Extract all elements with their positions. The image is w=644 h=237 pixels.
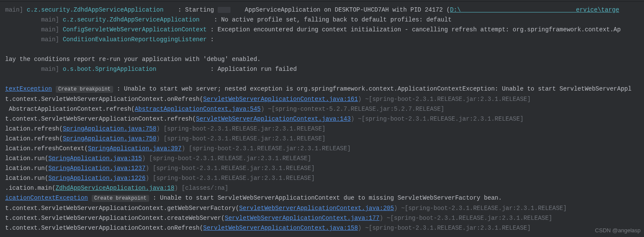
source-link[interactable]: SpringApplication.java:1226 bbox=[48, 175, 146, 182]
jar-info: ) ~[spring-boot-2.3.1.RELEASE.jar:2.3.1.… bbox=[358, 96, 530, 103]
stack-frame: t.context.ServletWebServerApplicationCon… bbox=[0, 94, 644, 104]
stack-frame: lcation.refresh(SpringApplication.java:7… bbox=[0, 124, 644, 134]
log-line: main] o.s.boot.SpringApplication : Appli… bbox=[0, 64, 644, 74]
frame-method: t.context.ServletWebServerApplicationCon… bbox=[5, 115, 196, 122]
source-link[interactable]: SpringApplication.java:758 bbox=[63, 125, 156, 132]
source-link[interactable]: SpringApplication.java:397 bbox=[88, 145, 181, 152]
logger-name: ConfigServletWebServerApplicationContext bbox=[63, 26, 207, 33]
exception-msg: : Unable to start ServletWebServerApplic… bbox=[149, 194, 502, 201]
stack-frame: .ication.main(ZdhdAppServiceApplication.… bbox=[0, 183, 644, 193]
stack-frame: t.context.ServletWebServerApplicationCon… bbox=[0, 213, 644, 223]
jar-info: ) [spring-boot-2.3.1.RELEASE.jar:2.3.1.R… bbox=[182, 145, 351, 152]
source-link[interactable]: ServletWebServerApplicationContext.java:… bbox=[203, 225, 358, 231]
thread: main] bbox=[41, 66, 59, 73]
frame-method: t.context.ServletWebServerApplicationCon… bbox=[5, 96, 203, 103]
frame-method: AbstractApplicationContext.refresh( bbox=[5, 106, 135, 112]
stack-frame: lcation.refreshContext(SpringApplication… bbox=[0, 144, 644, 154]
logger-name: c.z.security.ZdhdAppServiceApplication bbox=[27, 6, 163, 13]
conditions-report: lay the conditions report re-run your ap… bbox=[0, 55, 644, 64]
frame-method: t.context.ServletWebServerApplicationCon… bbox=[5, 225, 203, 231]
stack-frame: t.context.ServletWebServerApplicationCon… bbox=[0, 204, 644, 213]
jar-info: ) ~[spring-boot-2.3.1.RELEASE.jar:2.3.1.… bbox=[380, 215, 552, 222]
tab-bar bbox=[0, 0, 644, 2]
logger-name: ConditionEvaluationReportLoggingListener bbox=[63, 36, 207, 43]
jar-info: ) [classes/:na] bbox=[174, 185, 228, 191]
log-msg: : Application run failed bbox=[210, 66, 297, 73]
stack-frame: AbstractApplicationContext.refresh(Abstr… bbox=[0, 104, 644, 114]
thread: main] bbox=[5, 6, 23, 13]
source-link[interactable]: AbstractApplicationContext.java:545 bbox=[135, 106, 261, 112]
logger-name: c.z.security.ZdhdAppServiceApplication bbox=[63, 16, 199, 23]
jar-info: ) ~[spring-context-5.2.7.RELEASE.jar:5.2… bbox=[261, 106, 444, 112]
frame-method: lcation.refresh( bbox=[5, 135, 63, 142]
frame-method: lcation.refreshContext( bbox=[5, 145, 88, 152]
console-output: main] c.z.security.ZdhdAppServiceApplica… bbox=[0, 3, 644, 233]
log-msg: AppServiceApplication bbox=[231, 6, 321, 13]
source-link[interactable]: SpringApplication.java:750 bbox=[63, 135, 156, 142]
frame-method: .ication.main( bbox=[5, 185, 56, 191]
redacted bbox=[218, 7, 231, 13]
stack-frame: t.context.ServletWebServerApplicationCon… bbox=[0, 114, 644, 124]
source-link[interactable]: SpringApplication.java:315 bbox=[48, 155, 142, 162]
log-line: main] c.z.security.ZdhdAppServiceApplica… bbox=[0, 5, 644, 15]
frame-method: lcation.run( bbox=[5, 155, 48, 162]
jar-info: ) ~[spring-boot-2.3.1.RELEASE.jar:2.3.1.… bbox=[394, 205, 566, 212]
source-link[interactable]: ServletWebServerApplicationContext.java:… bbox=[239, 205, 394, 212]
log-msg: on DESKTOP-UHCD7AH with PID 24172 ( bbox=[321, 6, 450, 13]
log-msg: : bbox=[210, 36, 214, 43]
source-link[interactable]: ServletWebServerApplicationContext.java:… bbox=[196, 115, 350, 122]
stack-frame: lcation.refresh(SpringApplication.java:7… bbox=[0, 134, 644, 144]
blank-line bbox=[0, 74, 644, 84]
source-link[interactable]: ServletWebServerApplicationContext.java:… bbox=[225, 215, 379, 222]
jar-info: ) ~[spring-boot-2.3.1.RELEASE.jar:2.3.1.… bbox=[351, 115, 524, 122]
jar-info: ) [spring-boot-2.3.1.RELEASE.jar:2.3.1.R… bbox=[156, 135, 326, 142]
thread: main] bbox=[41, 26, 59, 33]
source-link[interactable]: ServletWebServerApplicationContext.java:… bbox=[203, 96, 358, 103]
exception-line: textException Create breakpoint : Unable… bbox=[0, 84, 644, 94]
source-link[interactable]: ZdhdAppServiceApplication.java:18 bbox=[56, 185, 174, 191]
jar-info: ) [spring-boot-2.3.1.RELEASE.jar:2.3.1.R… bbox=[146, 175, 315, 182]
log-msg: : Exception encountered during context i… bbox=[210, 26, 621, 33]
exception-msg: : Unable to start web server; nested exc… bbox=[113, 85, 632, 92]
frame-method: lcation.run( bbox=[5, 175, 48, 182]
source-link[interactable]: SpringApplication.java:1237 bbox=[48, 165, 146, 172]
create-breakpoint-button[interactable]: Create breakpoint bbox=[56, 86, 113, 93]
frame-method: lcation.refresh( bbox=[5, 125, 63, 132]
log-line: main] ConditionEvaluationReportLoggingLi… bbox=[0, 35, 644, 45]
log-msg: : Starting bbox=[178, 6, 217, 13]
watermark: CSDN @angelasp bbox=[595, 225, 641, 233]
file-path-link[interactable]: D:\ ervice\targe bbox=[450, 6, 619, 13]
stack-frame: lcation.run(SpringApplication.java:1237)… bbox=[0, 164, 644, 173]
log-line: main] c.z.security.ZdhdAppServiceApplica… bbox=[0, 15, 644, 25]
jar-info: ) [spring-boot-2.3.1.RELEASE.jar:2.3.1.R… bbox=[146, 165, 315, 172]
blank-line bbox=[0, 45, 644, 55]
logger-name: o.s.boot.SpringApplication bbox=[63, 66, 156, 73]
log-line: main] ConfigServletWebServerApplicationC… bbox=[0, 25, 644, 35]
log-msg: : No active profile set, falling back to… bbox=[214, 16, 452, 23]
exception-link[interactable]: icationContextException bbox=[5, 194, 88, 201]
exception-line: icationContextException Create breakpoin… bbox=[0, 193, 644, 204]
stack-frame: t.context.ServletWebServerApplicationCon… bbox=[0, 223, 644, 233]
frame-method: lcation.run( bbox=[5, 165, 48, 172]
stack-frame: lcation.run(SpringApplication.java:315) … bbox=[0, 154, 644, 164]
create-breakpoint-button[interactable]: Create breakpoint bbox=[92, 195, 149, 202]
thread: main] bbox=[41, 16, 59, 23]
exception-link[interactable]: textException bbox=[5, 85, 52, 92]
thread: main] bbox=[41, 36, 59, 43]
frame-method: t.context.ServletWebServerApplicationCon… bbox=[5, 215, 225, 222]
jar-info: ) [spring-boot-2.3.1.RELEASE.jar:2.3.1.R… bbox=[156, 125, 326, 132]
jar-info: ) [spring-boot-2.3.1.RELEASE.jar:2.3.1.R… bbox=[142, 155, 311, 162]
frame-method: t.context.ServletWebServerApplicationCon… bbox=[5, 205, 239, 212]
jar-info: ) ~[spring-boot-2.3.1.RELEASE.jar:2.3.1.… bbox=[358, 225, 530, 231]
stack-frame: lcation.run(SpringApplication.java:1226)… bbox=[0, 173, 644, 183]
